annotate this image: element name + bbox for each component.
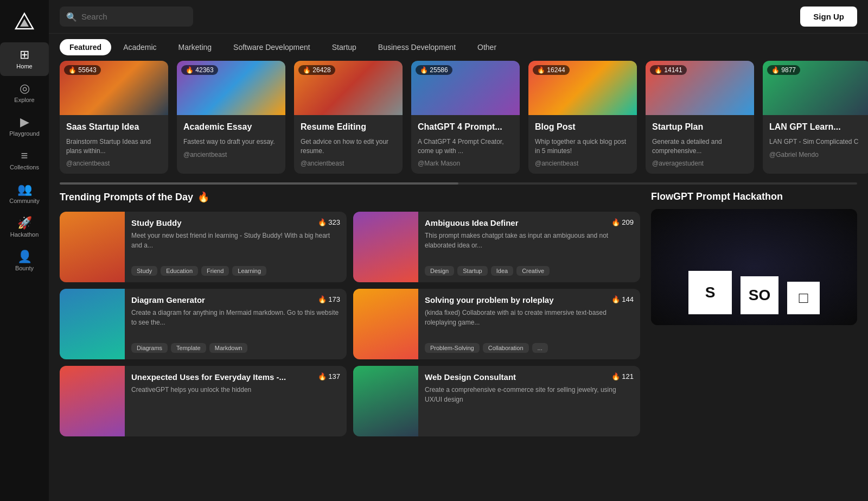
- card-count-badge: 🔥 25586: [416, 65, 452, 75]
- hackathon-card[interactable]: S SO □: [651, 209, 857, 325]
- card-author: @averagestudent: [652, 160, 748, 167]
- tag: Creative: [516, 266, 550, 276]
- trending-card-body: Solving your problem by roleplay 🔥 144 (…: [425, 289, 640, 359]
- search-input[interactable]: [60, 7, 193, 27]
- trending-card[interactable]: Diagram Generator 🔥 173 Create a diagram…: [60, 289, 347, 359]
- trending-card-count: 🔥 323: [318, 218, 340, 226]
- tag: Collaboration: [483, 343, 529, 353]
- bounty-icon: 👤: [17, 251, 32, 263]
- featured-card[interactable]: 🔥 25586 ChatGPT 4 Prompt... A ChatGPT 4 …: [411, 61, 520, 174]
- card-title: ChatGPT 4 Prompt...: [418, 122, 513, 133]
- tag: Startup: [457, 266, 487, 276]
- card-desc: Whip together a quick blog post in 5 min…: [535, 137, 630, 156]
- trending-card-title: Diagram Generator: [131, 295, 314, 305]
- trending-card-title: Ambiguous Idea Definer: [425, 218, 607, 227]
- scroll-indicator: [60, 182, 857, 185]
- fire-icon: 🔥: [197, 191, 209, 203]
- featured-cards-strip: 🔥 55643 Saas Startup Idea Brainstorm Sta…: [49, 61, 868, 182]
- card-author: @ancientbeast: [183, 151, 279, 158]
- trending-card[interactable]: Solving your problem by roleplay 🔥 144 (…: [353, 289, 640, 359]
- card-body: Startup Plan Generate a detailed and com…: [646, 115, 754, 174]
- card-image: 🔥 25586: [411, 61, 520, 115]
- featured-card[interactable]: 🔥 42363 Academic Essay Fastest way to dr…: [177, 61, 285, 174]
- tag: Markdown: [209, 343, 248, 353]
- trending-card-count: 🔥 209: [611, 218, 634, 226]
- tag: Design: [425, 266, 454, 276]
- tag-list: Problem-SolvingCollaboration...: [425, 343, 634, 353]
- tab-academic[interactable]: Academic: [113, 39, 166, 55]
- tag: Learning: [232, 266, 266, 276]
- card-title: Academic Essay: [183, 122, 279, 133]
- community-icon: 👥: [17, 183, 32, 195]
- right-panel: FlowGPT Prompt Hackathon S SO □: [651, 191, 857, 490]
- content-area: 🔥 55643 Saas Startup Idea Brainstorm Sta…: [49, 61, 868, 501]
- trending-card[interactable]: Study Buddy 🔥 323 Meet your new best fri…: [60, 212, 347, 282]
- featured-card[interactable]: 🔥 9877 LAN GPT Learn... LAN GPT - Sim Co…: [763, 61, 868, 174]
- card-image: 🔥 16244: [528, 61, 637, 115]
- tab-software[interactable]: Software Development: [224, 39, 320, 55]
- tab-business[interactable]: Business Development: [368, 39, 465, 55]
- tab-startup[interactable]: Startup: [322, 39, 366, 55]
- trending-card-header: Ambiguous Idea Definer 🔥 209: [425, 218, 634, 227]
- tag: ...: [532, 343, 548, 353]
- card-desc: Get advice on how to edit your resume.: [301, 137, 396, 156]
- hack-logo-1: S: [688, 271, 732, 314]
- sidebar-item-home[interactable]: ⊞ Home: [0, 42, 49, 76]
- sidebar-item-playground[interactable]: ▶ Playground: [0, 110, 49, 143]
- trending-card-header: Unexpected Uses for Everyday Items -... …: [131, 372, 340, 382]
- featured-card[interactable]: 🔥 55643 Saas Startup Idea Brainstorm Sta…: [60, 61, 168, 174]
- tag-list: StudyEducationFriendLearning: [131, 266, 340, 276]
- sidebar-item-home-label: Home: [16, 63, 32, 69]
- sidebar-item-bounty[interactable]: 👤 Bounty: [0, 244, 49, 278]
- signup-button[interactable]: Sign Up: [800, 7, 857, 27]
- sidebar-item-explore[interactable]: ◎ Explore: [0, 76, 49, 110]
- sidebar: ⊞ Home ◎ Explore ▶ Playground ≡ Collecti…: [0, 0, 49, 501]
- featured-card[interactable]: 🔥 16244 Blog Post Whip together a quick …: [528, 61, 637, 174]
- trending-card-body: Ambiguous Idea Definer 🔥 209 This prompt…: [425, 212, 640, 282]
- trending-card-body: Diagram Generator 🔥 173 Create a diagram…: [131, 289, 347, 359]
- sidebar-item-collections-label: Collections: [10, 164, 39, 170]
- trending-card-image: [60, 212, 125, 282]
- featured-card[interactable]: 🔥 26428 Resume Editing Get advice on how…: [294, 61, 403, 174]
- card-count-badge: 🔥 9877: [767, 65, 800, 75]
- trending-section: Trending Prompts of the Day 🔥 Study Budd…: [60, 191, 640, 490]
- card-desc: A ChatGPT 4 Prompt Creator, come up with…: [418, 137, 513, 156]
- trending-card-header: Study Buddy 🔥 323: [131, 218, 340, 227]
- sidebar-item-community[interactable]: 👥 Community: [0, 177, 49, 211]
- trending-card-count: 🔥 173: [318, 295, 340, 303]
- featured-card[interactable]: 🔥 14141 Startup Plan Generate a detailed…: [646, 61, 754, 174]
- card-body: Academic Essay Fastest way to draft your…: [177, 115, 285, 165]
- card-author: @Gabriel Mendo: [769, 151, 865, 158]
- hackathon-icon: 🚀: [17, 217, 32, 229]
- card-count-badge: 🔥 26428: [298, 65, 335, 75]
- card-author: @ancientbeast: [301, 160, 396, 167]
- sidebar-item-collections[interactable]: ≡ Collections: [0, 143, 49, 177]
- card-title: Saas Startup Idea: [66, 122, 162, 133]
- trending-card[interactable]: Ambiguous Idea Definer 🔥 209 This prompt…: [353, 212, 640, 282]
- card-body: Resume Editing Get advice on how to edit…: [294, 115, 403, 174]
- trending-card-header: Solving your problem by roleplay 🔥 144: [425, 295, 634, 305]
- tab-featured[interactable]: Featured: [60, 39, 111, 55]
- hack-logo-2: SO: [741, 276, 778, 314]
- card-author: @Mark Mason: [418, 160, 513, 167]
- trending-grid: Study Buddy 🔥 323 Meet your new best fri…: [60, 212, 640, 436]
- sidebar-item-hackathon[interactable]: 🚀 Hackathon: [0, 211, 49, 244]
- tab-other[interactable]: Other: [468, 39, 506, 55]
- trending-card[interactable]: Web Design Consultant 🔥 121 Create a com…: [353, 366, 640, 436]
- logo[interactable]: [11, 9, 38, 36]
- card-title: Blog Post: [535, 122, 630, 133]
- topbar: 🔍 Sign Up: [49, 0, 868, 34]
- tag: Study: [131, 266, 157, 276]
- card-title: Startup Plan: [652, 122, 748, 133]
- tag-list: DesignStartupIdeaCreative: [425, 266, 634, 276]
- scroll-thumb: [60, 182, 458, 185]
- trending-card-image: [353, 289, 418, 359]
- explore-icon: ◎: [20, 83, 30, 94]
- hackathon-logos: S SO □: [678, 260, 831, 325]
- trending-card-desc: This prompt makes chatgpt take as input …: [425, 231, 634, 262]
- sidebar-item-explore-label: Explore: [14, 97, 34, 103]
- trending-card[interactable]: Unexpected Uses for Everyday Items -... …: [60, 366, 347, 436]
- card-image: 🔥 14141: [646, 61, 754, 115]
- tab-marketing[interactable]: Marketing: [169, 39, 221, 55]
- trending-card-body: Web Design Consultant 🔥 121 Create a com…: [425, 366, 640, 436]
